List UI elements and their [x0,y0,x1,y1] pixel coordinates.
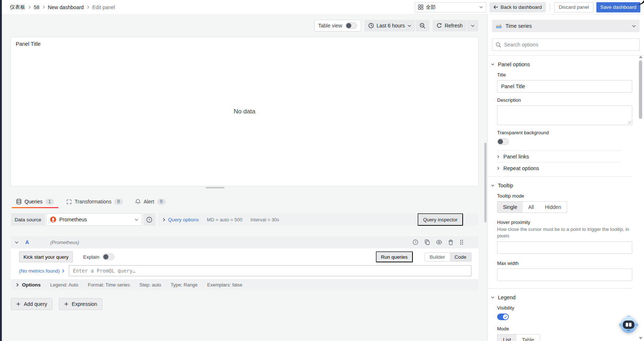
builder-mode-option[interactable]: Builder [425,253,450,261]
chevron-down-icon [471,25,475,27]
tab-queries[interactable]: Queries 1 [11,195,59,208]
bell-icon [135,199,141,205]
duplicate-query-icon[interactable] [424,239,430,245]
add-query-button[interactable]: Add query [11,298,52,310]
hover-proximity-input[interactable] [497,241,632,254]
legend-visibility-toggle[interactable] [497,314,509,320]
save-dashboard-label: Save dashboard [600,4,636,10]
repeat-options-section[interactable]: Repeat options [488,162,632,174]
scrollbar-thumb[interactable] [639,60,642,119]
transparent-background-toggle[interactable] [497,138,509,145]
refresh-interval-dropdown[interactable] [467,20,478,31]
legend-mode-group: List Table [497,334,540,341]
arrow-left-icon [493,5,498,9]
resize-corner-icon [628,121,631,124]
table-view-toggle[interactable] [345,22,357,29]
scope-select[interactable]: 全部 [415,2,486,12]
transparent-background-label: Transparent background [497,130,632,135]
kick-start-query-button[interactable]: Kick start your query [19,251,73,262]
query-input-row: (No metrics found) [11,265,478,278]
run-queries-button[interactable]: Run queries [376,251,413,262]
discard-panel-button[interactable]: Discard panel [554,2,593,12]
breadcrumb: 仪表板 58 New dashboard Edit panel [10,4,115,11]
table-view-toggle-group: Table view [314,20,361,31]
chevron-down-icon [134,218,138,221]
legend-mode-table[interactable]: Table [517,334,540,341]
save-dashboard-button[interactable]: Save dashboard [596,2,640,12]
delete-query-icon[interactable] [448,239,454,245]
explain-toggle[interactable] [103,254,114,260]
max-width-input[interactable] [497,269,632,281]
section-tooltip[interactable]: Tooltip [488,177,632,188]
tooltip-mode-single[interactable]: Single [497,202,523,213]
refresh-icon [436,23,442,29]
format-stat: Format: Time series [88,282,130,288]
tab-alert[interactable]: Alert 0 [130,195,170,208]
panel-title-input[interactable] [497,80,632,93]
discard-panel-label: Discard panel [559,4,589,10]
add-expression-button[interactable]: Expression [59,298,102,310]
sidebar-scrollbar [639,56,643,340]
section-legend[interactable]: Legend [488,289,632,300]
query-options-summary-row: Options Legend: Auto Format: Time series… [11,279,478,290]
drag-handle-icon[interactable] [459,239,464,245]
promql-query-input[interactable] [69,265,471,276]
query-help-icon[interactable]: ? [412,239,418,245]
editor-tabs: Queries 1 Transformations 0 Alert 0 [2,195,487,208]
code-mode-option[interactable]: Code [450,253,471,261]
tab-alert-label: Alert [144,199,154,205]
query-actions: Add query Expression [11,298,478,310]
pane-resize-handle[interactable] [206,187,225,188]
back-to-dashboard-button[interactable]: Back to dashboard [489,2,546,12]
breadcrumb-dashboard[interactable]: New dashboard [48,4,84,10]
refresh-button[interactable]: Refresh [433,20,466,31]
tab-alert-badge: 0 [157,199,166,205]
header-divider [550,4,550,11]
chevron-down-icon [491,184,495,187]
back-to-dashboard-label: Back to dashboard [501,4,542,10]
panel-preview: Panel Title No data [11,37,478,186]
options-search-input[interactable] [504,42,636,48]
svg-text:?: ? [415,240,417,244]
panel-links-section[interactable]: Panel links [488,151,632,162]
tooltip-mode-all[interactable]: All [523,202,540,213]
time-range-picker[interactable]: Last 6 hours [364,20,415,31]
breadcrumb-dashboards[interactable]: 仪表板 [10,4,25,11]
plus-icon [64,302,69,306]
query-row-header[interactable]: A (Prometheus) ? [11,236,478,248]
section-panel-options[interactable]: Panel options [488,56,632,67]
tab-transformations[interactable]: Transformations 0 [61,195,128,208]
hover-proximity-label: Hover proximity [497,220,632,225]
type-stat: Type: Range [171,282,198,288]
datasource-picker[interactable]: Prometheus [46,213,142,226]
main-scrollbar-thumb[interactable] [484,143,486,222]
visualization-picker[interactable]: Time series [492,20,640,32]
hide-query-icon[interactable] [436,240,442,245]
legend-stat: Legend: Auto [50,282,78,288]
tooltip-mode-hidden[interactable]: Hidden [539,202,566,213]
svg-text:?: ? [148,218,150,222]
chevron-right-icon [62,269,64,273]
query-toolbar-row: Kick start your query Explain Run querie… [11,248,478,265]
query-options-toggle[interactable]: Query options [163,217,199,222]
query-ref-id: A [25,239,29,245]
query-inspector-button[interactable]: Query inspector [418,213,463,226]
assistant-robot-button[interactable] [618,314,639,334]
tooltip-title: Tooltip [498,183,513,188]
grafana-edit-panel-app: 仪表板 58 New dashboard Edit panel 全部 Back … [0,0,644,341]
scrollbar-down-arrow[interactable] [639,337,643,340]
datasource-help-button[interactable]: ? [144,213,155,226]
mouse-cursor-artifact [636,0,644,7]
top-nav-bar: 仪表板 58 New dashboard Edit panel 全部 Back … [2,0,644,15]
tooltip-mode-group: Single All Hidden [497,201,567,213]
panel-options-sidebar: Time series Panel options Title [488,15,644,341]
panel-description-textarea[interactable] [497,105,632,125]
query-options-expander[interactable]: Options [16,282,41,288]
scrollbar-up-arrow[interactable] [639,56,643,58]
chevron-down-icon [491,296,495,299]
breadcrumb-folder[interactable]: 58 [34,4,40,10]
chevron-right-icon [497,166,499,170]
metrics-browser-link[interactable]: (No metrics found) [19,265,67,276]
zoom-out-time-button[interactable] [416,20,429,31]
legend-mode-list[interactable]: List [497,334,517,341]
